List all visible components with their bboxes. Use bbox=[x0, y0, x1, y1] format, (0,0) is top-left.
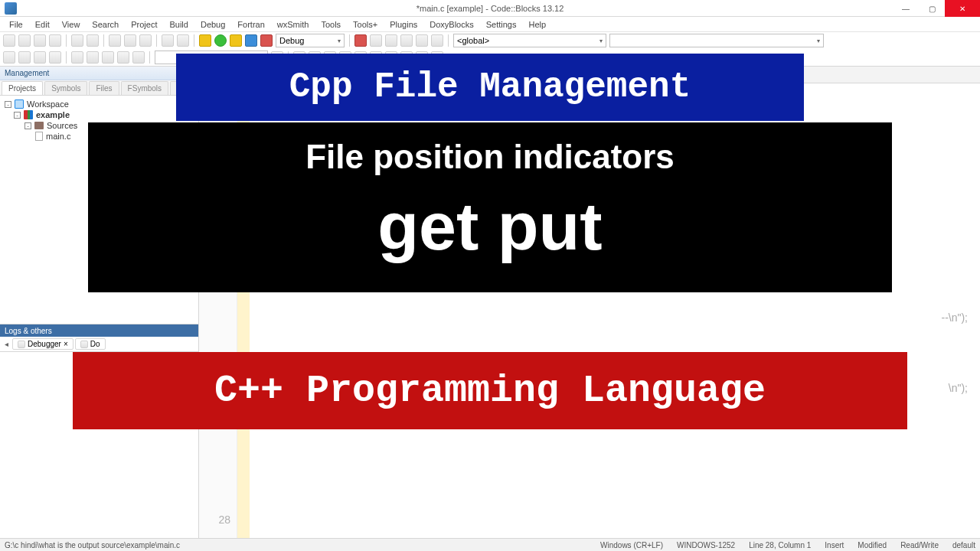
toolbar-icon[interactable] bbox=[309, 51, 321, 64]
toolbar-icon[interactable] bbox=[87, 51, 99, 64]
toolbar-icon[interactable] bbox=[18, 51, 31, 64]
tab-symbols[interactable]: Symbols bbox=[44, 81, 87, 95]
tab-fsymbols[interactable]: FSymbols bbox=[121, 81, 168, 95]
toolbar-icon[interactable] bbox=[370, 51, 382, 64]
code-fragment: \n"); bbox=[257, 382, 980, 394]
toolbar-icon[interactable] bbox=[431, 51, 443, 64]
management-close-button[interactable]: × bbox=[191, 68, 195, 77]
tree-collapse-icon[interactable]: - bbox=[5, 101, 11, 108]
editor-tab-label: *main.c bbox=[211, 71, 239, 80]
toolbar-icon[interactable] bbox=[400, 51, 413, 64]
menu-tools[interactable]: Tools bbox=[315, 18, 347, 31]
breakpoint-icon[interactable] bbox=[416, 34, 428, 47]
new-file-icon[interactable] bbox=[3, 34, 15, 47]
replace-icon[interactable] bbox=[177, 34, 189, 47]
toolbar-icon[interactable] bbox=[293, 51, 305, 64]
toolbar-icon[interactable] bbox=[132, 51, 145, 64]
toolbar-icon[interactable] bbox=[117, 51, 129, 64]
code-area[interactable]: #include <stdio.h> --\n"); \n"); bbox=[250, 83, 980, 538]
status-cursor: Line 28, Column 1 bbox=[749, 541, 811, 549]
run-icon[interactable] bbox=[214, 34, 227, 47]
menu-build[interactable]: Build bbox=[163, 18, 194, 31]
editor-tab-close-button[interactable]: × bbox=[243, 72, 248, 80]
step-into-icon[interactable] bbox=[385, 34, 397, 47]
editor-tab-mainc[interactable]: *main.c × bbox=[204, 68, 255, 83]
toolbar-row-2 bbox=[0, 49, 980, 66]
menu-fortran[interactable]: Fortran bbox=[231, 18, 270, 31]
symbol-select[interactable]: ▾ bbox=[609, 34, 824, 47]
menu-plugins[interactable]: Plugins bbox=[384, 18, 423, 31]
menu-search[interactable]: Search bbox=[86, 18, 125, 31]
toolbar-icon[interactable] bbox=[354, 51, 367, 64]
window-minimize-button[interactable]: — bbox=[893, 0, 919, 17]
tree-collapse-icon[interactable]: - bbox=[14, 112, 21, 119]
logs-body bbox=[0, 352, 198, 538]
scope-value: <global> bbox=[457, 36, 489, 45]
toolbar-separator bbox=[66, 34, 67, 47]
menu-settings[interactable]: Settings bbox=[480, 18, 523, 31]
window-maximize-button[interactable]: ▢ bbox=[919, 0, 945, 17]
build-run-icon[interactable] bbox=[230, 34, 242, 47]
logs-tab-other[interactable]: Do bbox=[75, 338, 106, 350]
menu-wxsmith[interactable]: wxSmith bbox=[271, 18, 315, 31]
toolbar-icon[interactable] bbox=[416, 51, 428, 64]
menu-edit[interactable]: Edit bbox=[29, 18, 56, 31]
paste-icon[interactable] bbox=[139, 34, 152, 47]
toolbar-icon[interactable] bbox=[3, 51, 15, 64]
toolbar-icon[interactable] bbox=[339, 51, 351, 64]
menu-project[interactable]: Project bbox=[125, 18, 163, 31]
project-tree: - Workspace - example - Sources main.c bbox=[0, 96, 198, 324]
toolbar-separator bbox=[103, 34, 104, 47]
undo-icon[interactable] bbox=[71, 34, 83, 47]
build-target-select[interactable]: Debug ▾ bbox=[276, 34, 345, 47]
find-icon[interactable] bbox=[162, 34, 174, 47]
chevron-down-icon: ▾ bbox=[338, 37, 341, 44]
tab-files[interactable]: Files bbox=[89, 81, 119, 95]
menu-debug[interactable]: Debug bbox=[194, 18, 231, 31]
step-out-icon[interactable] bbox=[400, 34, 413, 47]
rebuild-icon[interactable] bbox=[245, 34, 257, 47]
abort-icon[interactable] bbox=[260, 34, 273, 47]
window-close-button[interactable]: ✕ bbox=[945, 0, 980, 17]
tab-projects[interactable]: Projects bbox=[2, 81, 43, 95]
status-insert: Insert bbox=[825, 541, 844, 549]
toolbar-icon[interactable] bbox=[49, 51, 61, 64]
tree-project-label: example bbox=[36, 110, 70, 119]
step-over-icon[interactable] bbox=[370, 34, 382, 47]
menu-help[interactable]: Help bbox=[522, 18, 552, 31]
menu-toolsplus[interactable]: Tools+ bbox=[347, 18, 384, 31]
tree-workspace[interactable]: - Workspace bbox=[3, 99, 195, 109]
scope-select[interactable]: <global> ▾ bbox=[453, 34, 606, 47]
toolbar-icon[interactable] bbox=[34, 51, 46, 64]
window-titlebar: *main.c [example] - Code::Blocks 13.12 —… bbox=[0, 0, 980, 17]
cut-icon[interactable] bbox=[109, 34, 121, 47]
tree-collapse-icon[interactable]: - bbox=[24, 122, 31, 129]
menu-doxyblocks[interactable]: DoxyBlocks bbox=[423, 18, 479, 31]
tree-project[interactable]: - example bbox=[3, 109, 195, 120]
save-all-icon[interactable] bbox=[49, 34, 61, 47]
chevron-down-icon: ▾ bbox=[599, 37, 603, 44]
logs-prev-button[interactable]: ◂ bbox=[2, 340, 11, 349]
toolbar-icon[interactable] bbox=[71, 51, 83, 64]
status-eol: Windows (CR+LF) bbox=[600, 541, 663, 549]
build-icon[interactable] bbox=[199, 34, 211, 47]
tree-sources-folder[interactable]: - Sources bbox=[3, 120, 195, 131]
toolbar-icon[interactable] bbox=[385, 51, 397, 64]
search-go-icon[interactable] bbox=[271, 51, 283, 64]
toolbar-icon[interactable] bbox=[324, 51, 336, 64]
editor-gutter: 1 28 bbox=[199, 83, 237, 538]
open-file-icon[interactable] bbox=[18, 34, 31, 47]
tree-file-mainc[interactable]: main.c bbox=[3, 131, 195, 142]
logs-tab-close[interactable]: × bbox=[64, 340, 68, 348]
redo-icon[interactable] bbox=[87, 34, 99, 47]
logs-tab-debugger[interactable]: Debugger × bbox=[12, 338, 74, 350]
save-icon[interactable] bbox=[34, 34, 46, 47]
editor-body[interactable]: 1 28 #include <stdio.h> --\n"); \n"); bbox=[199, 83, 980, 538]
stop-debug-icon[interactable] bbox=[431, 34, 443, 47]
debug-start-icon[interactable] bbox=[354, 34, 367, 47]
menu-view[interactable]: View bbox=[56, 18, 87, 31]
copy-icon[interactable] bbox=[124, 34, 136, 47]
menu-file[interactable]: File bbox=[3, 18, 29, 31]
toolbar-icon[interactable] bbox=[102, 51, 114, 64]
search-input[interactable] bbox=[155, 51, 268, 64]
